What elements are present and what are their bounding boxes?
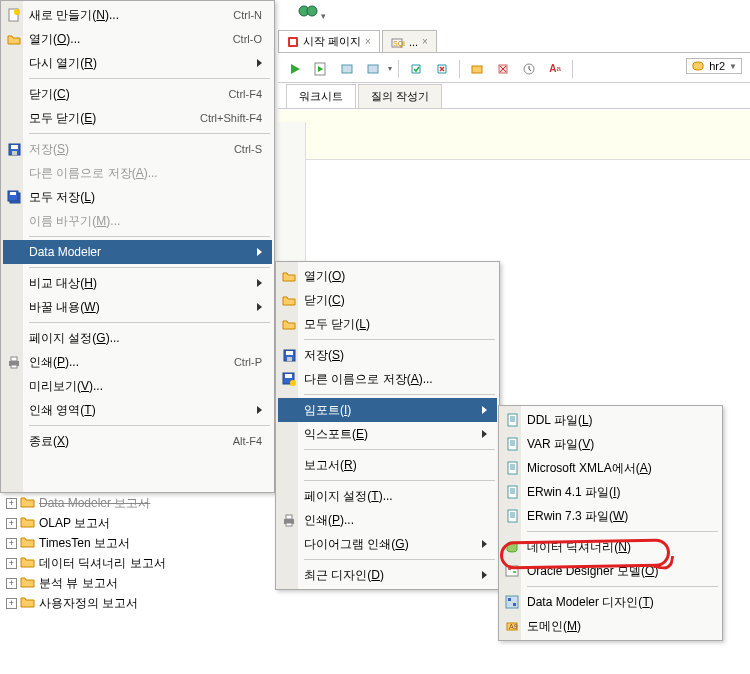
tree-item-1[interactable]: +OLAP 보고서 — [4, 513, 274, 533]
menu-item-label: 데이터 딕셔너리(N) — [527, 539, 710, 556]
file-menu-item-2[interactable]: 다시 열기(R) — [3, 51, 272, 75]
import-menu-item-1[interactable]: VAR 파일(V) — [501, 432, 720, 456]
dm-menu-item-0[interactable]: 열기(O) — [278, 264, 497, 288]
dm-menu-item-10[interactable]: 보고서(R) — [278, 453, 497, 477]
file-menu-item-19[interactable]: 미리보기(V)... — [3, 374, 272, 398]
rollback-button[interactable] — [431, 58, 453, 80]
dm-menu-item-2[interactable]: 모두 닫기(L) — [278, 312, 497, 336]
tree-expand-icon[interactable]: + — [6, 598, 17, 609]
svg-rect-27 — [11, 365, 17, 368]
tree-expand-icon[interactable]: + — [6, 558, 17, 569]
menu-item-label: 인쇄 영역(T) — [29, 402, 237, 419]
dm-menu-item-4[interactable]: 저장(S) — [278, 343, 497, 367]
import-menu-item-2[interactable]: Microsoft XMLA에서(A) — [501, 456, 720, 480]
close-icon[interactable]: × — [422, 36, 428, 47]
close-icon[interactable]: × — [365, 36, 371, 47]
clear-button[interactable] — [492, 58, 514, 80]
menu-shortcut: Ctrl-N — [233, 9, 262, 21]
file-menu-item-7: 저장(S)Ctrl-S — [3, 137, 272, 161]
tree-expand-icon[interactable]: + — [6, 498, 17, 509]
dom-icon: A9 — [504, 618, 520, 634]
dm-menu-item-8[interactable]: 익스포트(E) — [278, 422, 497, 446]
run-script-button[interactable] — [310, 58, 332, 80]
tree-item-0[interactable]: +Data Modeler 보고서 — [4, 493, 274, 513]
reports-tree: +Data Modeler 보고서+OLAP 보고서+TimesTen 보고서+… — [4, 493, 274, 613]
menu-item-label: 페이지 설정(G)... — [29, 330, 262, 347]
file-menu-item-9[interactable]: 모두 저장(L) — [3, 185, 272, 209]
dm-menu-item-14[interactable]: 다이어그램 인쇄(G) — [278, 532, 497, 556]
file-menu-item-14[interactable]: 비교 대상(H) — [3, 271, 272, 295]
menu-shortcut: Ctrl-O — [233, 33, 262, 45]
svg-rect-61 — [506, 596, 518, 608]
binoculars-icon[interactable]: ▾ — [298, 3, 326, 22]
tree-item-5[interactable]: +사용자정의 보고서 — [4, 593, 274, 613]
tree-expand-icon[interactable]: + — [6, 578, 17, 589]
dm-menu-item-16[interactable]: 최근 디자인(D) — [278, 563, 497, 587]
sql-editor[interactable] — [278, 110, 750, 160]
connection-dropdown[interactable]: hr2 ▼ — [686, 58, 742, 74]
unshared-button[interactable] — [466, 58, 488, 80]
history-button[interactable] — [518, 58, 540, 80]
file-menu-item-15[interactable]: 바꿀 내용(W) — [3, 295, 272, 319]
menu-separator — [304, 559, 495, 560]
menu-shortcut: Ctrl+Shift-F4 — [200, 112, 262, 124]
dd-icon — [504, 539, 520, 555]
file-menu-item-0[interactable]: 새로 만들기(N)...Ctrl-N — [3, 3, 272, 27]
tab-start-page[interactable]: 시작 페이지 × — [278, 30, 380, 52]
chevron-down-icon: ▼ — [729, 62, 737, 71]
file-menu-item-22[interactable]: 종료(X)Alt-F4 — [3, 429, 272, 453]
dm-menu-item-5[interactable]: 다른 이름으로 저장(A)... — [278, 367, 497, 391]
menu-separator — [304, 449, 495, 450]
saveall-icon — [6, 189, 22, 205]
menu-item-label: 닫기(C) — [29, 86, 198, 103]
menu-item-label: 다른 이름으로 저장(A)... — [29, 165, 262, 182]
tree-item-4[interactable]: +분석 뷰 보고서 — [4, 573, 274, 593]
import-menu-item-10[interactable]: A9도메인(M) — [501, 614, 720, 638]
file-menu-item-4[interactable]: 닫기(C)Ctrl-F4 — [3, 82, 272, 106]
menu-item-label: 보고서(R) — [304, 457, 487, 474]
dm-menu-item-1[interactable]: 닫기(C) — [278, 288, 497, 312]
file-menu-item-17[interactable]: 페이지 설정(G)... — [3, 326, 272, 350]
run-button[interactable] — [284, 58, 306, 80]
tree-expand-icon[interactable]: + — [6, 538, 17, 549]
saveas-icon — [281, 371, 297, 387]
import-menu-item-6[interactable]: 데이터 딕셔너리(N) — [501, 535, 720, 559]
svg-marker-6 — [291, 64, 300, 74]
commit-button[interactable] — [405, 58, 427, 80]
import-menu-item-4[interactable]: ERwin 7.3 파일(W) — [501, 504, 720, 528]
subtab-worksheet[interactable]: 워크시트 — [286, 84, 356, 108]
submenu-arrow-icon — [257, 303, 262, 311]
menu-item-label: 페이지 설정(T)... — [304, 488, 487, 505]
file-menu-item-5[interactable]: 모두 닫기(E)Ctrl+Shift-F4 — [3, 106, 272, 130]
tab-sql[interactable]: SQL ... × — [382, 30, 437, 52]
tree-item-label: TimesTen 보고서 — [39, 535, 130, 552]
import-menu-item-0[interactable]: DDL 파일(L) — [501, 408, 720, 432]
import-menu-item-3[interactable]: ERwin 4.1 파일(I) — [501, 480, 720, 504]
import-menu-item-7[interactable]: Oracle Designer 모델(O) — [501, 559, 720, 583]
file-menu-item-20[interactable]: 인쇄 영역(T) — [3, 398, 272, 422]
folder-icon — [20, 515, 36, 531]
file-menu-item-12[interactable]: Data Modeler — [3, 240, 272, 264]
menu-item-label: ERwin 4.1 파일(I) — [527, 484, 710, 501]
tree-item-3[interactable]: +데이터 딕셔너리 보고서 — [4, 553, 274, 573]
svg-rect-49 — [508, 486, 517, 498]
print-icon — [6, 354, 22, 370]
import-menu-item-9[interactable]: Data Modeler 디자인(T) — [501, 590, 720, 614]
autotrace-button[interactable] — [336, 58, 358, 80]
subtab-query-builder[interactable]: 질의 작성기 — [358, 84, 442, 108]
folder-icon — [20, 555, 36, 571]
file-menu-item-10: 이름 바꾸기(M)... — [3, 209, 272, 233]
folder-icon — [281, 268, 297, 284]
file-menu-item-1[interactable]: 열기(O)...Ctrl-O — [3, 27, 272, 51]
doc-icon — [504, 508, 520, 524]
dm-menu-item-7[interactable]: 임포트(I) — [278, 398, 497, 422]
dm-menu-item-13[interactable]: 인쇄(P)... — [278, 508, 497, 532]
tree-item-2[interactable]: +TimesTen 보고서 — [4, 533, 274, 553]
case-button[interactable]: Aa — [544, 58, 566, 80]
svg-rect-45 — [508, 462, 517, 474]
explain-button[interactable] — [362, 58, 384, 80]
dm-menu-item-12[interactable]: 페이지 설정(T)... — [278, 484, 497, 508]
tree-expand-icon[interactable]: + — [6, 518, 17, 529]
tree-item-label: 사용자정의 보고서 — [39, 595, 138, 612]
file-menu-item-18[interactable]: 인쇄(P)...Ctrl-P — [3, 350, 272, 374]
